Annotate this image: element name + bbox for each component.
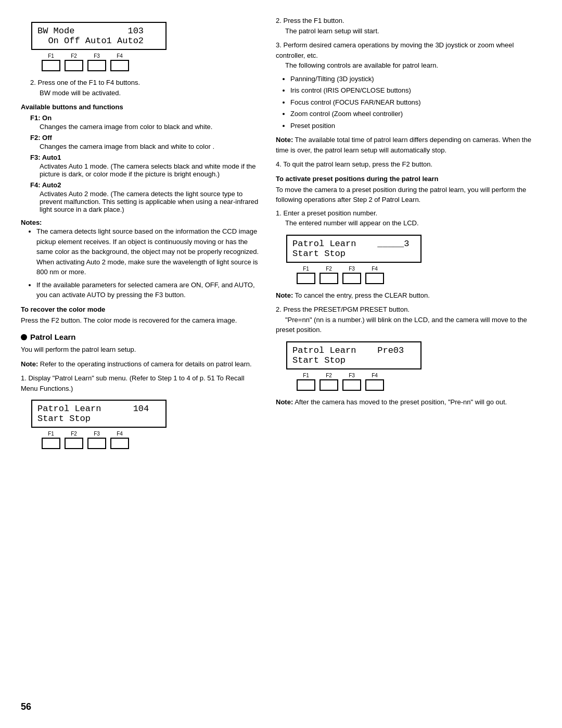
- p2-f3-group: F3: [342, 266, 361, 284]
- p1-f2-button[interactable]: [65, 438, 83, 449]
- control-3: Focus control (FOCUS FAR/NEAR buttons): [290, 97, 541, 108]
- patrol-lcd1-line2: Start Stop: [37, 414, 160, 424]
- patrol-lcd2-buttons: F1 F2 F3 F4: [297, 266, 541, 284]
- activate-step1-text: Enter a preset position number.: [283, 209, 377, 217]
- p2-f1-group: F1: [297, 266, 315, 284]
- control-2: Iris control (IRIS OPEN/CLOSE buttons): [290, 85, 541, 96]
- f1-button[interactable]: [42, 60, 60, 71]
- f1-btn-group: F1: [42, 53, 60, 71]
- bw-mode-lcd-line1: BW Mode 103: [37, 26, 160, 36]
- note-patrol-label: Note:: [21, 360, 38, 368]
- p3-f2-button[interactable]: [320, 379, 338, 391]
- f3-btn-group: F3: [87, 53, 106, 71]
- patrol-lcd1-line1: Patrol Learn 104: [37, 404, 160, 414]
- functions-list: F1: On Changes the camera image from col…: [30, 114, 260, 213]
- activate-heading: To activate preset positions during the …: [276, 175, 541, 183]
- page-number: 56: [21, 701, 31, 712]
- p1-f4-button[interactable]: [110, 438, 129, 449]
- p3-f4-button[interactable]: [365, 379, 384, 391]
- notes-heading: Notes:: [21, 219, 260, 226]
- patrol-lcd2: Patrol Learn _____3 Start Stop: [286, 235, 422, 263]
- bw-mode-buttons: F1 F2 F3 F4: [42, 53, 260, 71]
- patrol-step1: 1. Display "Patrol Learn" sub menu. (Ref…: [21, 373, 260, 449]
- left-column: BW Mode 103 On Off Auto1 Auto2 F1 F2 F3: [21, 16, 260, 455]
- patrol-learn-heading: Patrol Learn: [21, 333, 260, 341]
- p3-f4-group: F4: [365, 373, 384, 391]
- p1-f4-group: F4: [110, 431, 129, 449]
- p3-f2-group: F2: [320, 373, 338, 391]
- f2-btn-group: F2: [65, 53, 83, 71]
- f4-btn-group: F4: [110, 53, 129, 71]
- control-5: Preset position: [290, 121, 541, 131]
- note-patrol: Note: Refer to the operating instruction…: [21, 359, 260, 369]
- notes-section: Notes: The camera detects light source b…: [21, 219, 260, 300]
- f1-desc: Changes the camera image from color to b…: [40, 123, 260, 131]
- note-time-label: Note:: [276, 136, 293, 144]
- note-item-2: If the available parameters for selected…: [36, 280, 260, 300]
- right-step3-text: Perform desired camera operations by mov…: [276, 41, 514, 59]
- f4-key: F4: Auto2: [30, 181, 260, 189]
- p2-f2-button[interactable]: [320, 273, 338, 284]
- p1-f2-group: F2: [65, 431, 83, 449]
- activate-step2-text: Press the PRESET/PGM PRESET button.: [283, 305, 410, 313]
- activate-step2-sub: "Pre=nn" (nn is a number.) will blink on…: [276, 316, 527, 334]
- right-step2-text: Press the F1 button.: [283, 17, 344, 24]
- p3-f1-button[interactable]: [297, 379, 315, 391]
- patrol-lcd3-line1: Patrol Learn Pre03: [292, 346, 415, 355]
- f4-button[interactable]: [110, 60, 129, 71]
- f2-button[interactable]: [65, 60, 83, 71]
- f4-function: F4: Auto2 Activates Auto 2 mode. (The ca…: [30, 181, 260, 213]
- p2-f4-group: F4: [365, 266, 384, 284]
- f2-function: F2: Off Changes the camera image from bl…: [30, 134, 260, 150]
- patrol-lcd3-line2: Start Stop: [292, 355, 415, 365]
- controls-list: Panning/Tilting (3D joystick) Iris contr…: [290, 74, 541, 131]
- f2-key: F2: Off: [30, 134, 260, 142]
- p2-f2-group: F2: [320, 266, 338, 284]
- note-preout-label: Note:: [276, 398, 293, 406]
- p1-f1-group: F1: [42, 431, 60, 449]
- p2-f4-button[interactable]: [365, 273, 384, 284]
- f3-desc: Activates Auto 1 mode. (The camera selec…: [40, 162, 260, 178]
- note-preout: Note: After the camera has moved to the …: [276, 397, 541, 407]
- patrol-lcd1-buttons: F1 F2 F3 F4: [42, 431, 260, 449]
- p1-f1-button[interactable]: [42, 438, 60, 449]
- p3-f3-button[interactable]: [342, 379, 361, 391]
- bw-step2-num: 2.: [30, 79, 37, 86]
- f1-function: F1: On Changes the camera image from col…: [30, 114, 260, 131]
- right-step2: 2. Press the F1 button. The patrol learn…: [276, 16, 541, 36]
- f3-function: F3: Auto1 Activates Auto 1 mode. (The ca…: [30, 154, 260, 178]
- patrol-lcd3-buttons: F1 F2 F3 F4: [297, 373, 541, 391]
- bw-mode-lcd-container: BW Mode 103 On Off Auto1 Auto2 F1 F2 F3: [31, 22, 260, 71]
- p3-f3-group: F3: [342, 373, 361, 391]
- right-step4-text: To quit the patrol learn setup, press th…: [283, 160, 432, 168]
- patrol-lcd2-line2: Start Stop: [292, 249, 415, 259]
- p1-f3-button[interactable]: [87, 438, 106, 449]
- note-cancel-text: To cancel the entry, press the CLEAR but…: [295, 291, 430, 299]
- bw-step2-text: Press one of the F1 to F4 buttons.: [37, 79, 140, 86]
- note-time-text: The available total time of patrol learn…: [276, 136, 531, 154]
- bw-mode-lcd-line2: On Off Auto1 Auto2: [37, 36, 160, 46]
- activate-step1-sub: The entered number will appear on the LC…: [285, 219, 419, 227]
- bw-step2-sub: BW mode will be activated.: [40, 89, 121, 97]
- note-preout-text: After the camera has moved to the preset…: [295, 398, 507, 406]
- note-item-1: The camera detects light source based on…: [36, 226, 260, 277]
- patrol-lcd1: Patrol Learn 104 Start Stop: [31, 400, 167, 428]
- recover-heading: To recover the color mode: [21, 305, 260, 313]
- activate-step1: 1. Enter a preset position number. The e…: [276, 208, 541, 284]
- right-step2-sub: The patrol learn setup will start.: [285, 27, 379, 35]
- right-step3: 3. Perform desired camera operations by …: [276, 40, 541, 131]
- patrol-lcd2-container: Patrol Learn _____3 Start Stop F1 F2 F3: [286, 235, 541, 284]
- f3-button[interactable]: [87, 60, 106, 71]
- f4-desc: Activates Auto 2 mode. (The camera detec…: [40, 190, 260, 213]
- f4-label: F4: [117, 53, 123, 59]
- bw-step2: 2. Press one of the F1 to F4 buttons. BW…: [30, 78, 260, 98]
- p2-f1-button[interactable]: [297, 273, 315, 284]
- patrol-lcd3-container: Patrol Learn Pre03 Start Stop F1 F2 F3: [286, 341, 541, 391]
- p2-f3-button[interactable]: [342, 273, 361, 284]
- note-patrol-text: Refer to the operating instructions of c…: [40, 360, 252, 368]
- activate-intro: To move the camera to a preset position …: [276, 185, 541, 205]
- patrol-learn-heading-text: Patrol Learn: [30, 333, 76, 341]
- bw-mode-lcd: BW Mode 103 On Off Auto1 Auto2: [31, 22, 167, 50]
- f3-key: F3: Auto1: [30, 154, 260, 161]
- control-4: Zoom control (Zoom wheel controller): [290, 109, 541, 119]
